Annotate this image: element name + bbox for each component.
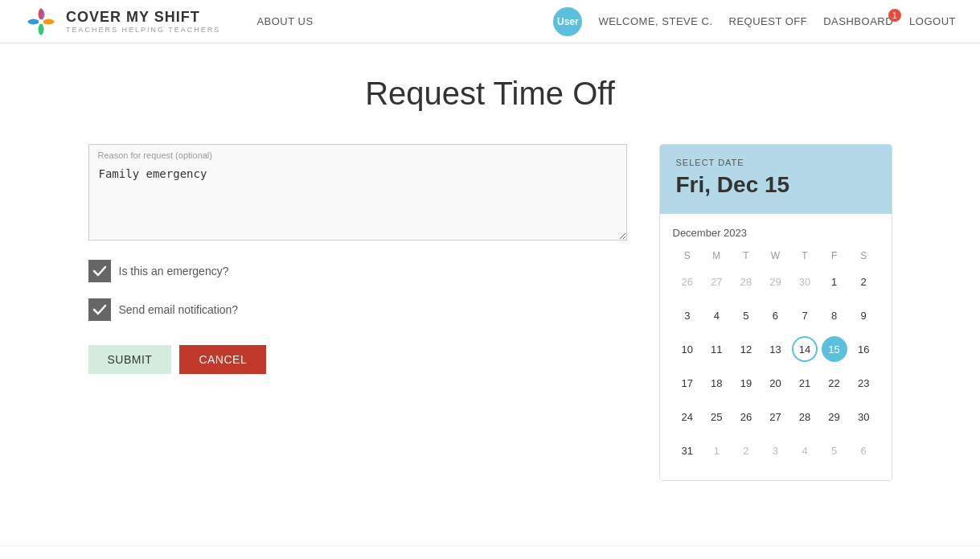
calendar-day-cell[interactable]: 8 bbox=[819, 298, 849, 332]
main-nav: ABOUT US bbox=[244, 15, 325, 27]
nav-about-us[interactable]: ABOUT US bbox=[244, 15, 325, 27]
calendar-day-cell[interactable]: 11 bbox=[702, 332, 732, 366]
emergency-label: Is this an emergency? bbox=[119, 265, 229, 277]
submit-button[interactable]: SUBMIT bbox=[88, 345, 172, 374]
nav-logout[interactable]: LOGOUT bbox=[909, 15, 956, 27]
calendar-day-header: M bbox=[702, 247, 732, 265]
calendar-day-cell[interactable]: 28 bbox=[790, 400, 820, 434]
header-right: User WELCOME, STEVE C. REQUEST OFF DASHB… bbox=[553, 7, 956, 36]
calendar-day-cell[interactable]: 1 bbox=[819, 265, 849, 298]
calendar-day-cell[interactable]: 30 bbox=[790, 265, 820, 298]
calendar-week-row: 17181920212223 bbox=[673, 366, 879, 400]
calendar-day-cell[interactable]: 24 bbox=[673, 400, 703, 434]
email-checkbox[interactable] bbox=[88, 298, 111, 321]
checkmark-icon-2 bbox=[92, 302, 107, 317]
logo-title: COVER MY SHIFT bbox=[66, 9, 220, 26]
calendar-day-cell[interactable]: 7 bbox=[790, 298, 820, 332]
logo-subtitle: TEACHERS HELPING TEACHERS bbox=[66, 26, 220, 34]
calendar-day-header: T bbox=[790, 247, 820, 265]
calendar-day-cell[interactable]: 17 bbox=[673, 366, 703, 400]
cancel-button[interactable]: CANCEL bbox=[179, 345, 266, 374]
form-calendar-row: Reason for request (optional) Family eme… bbox=[88, 144, 892, 481]
calendar-month-year: December 2023 bbox=[673, 227, 879, 239]
emergency-checkbox-row: Is this an emergency? bbox=[88, 260, 627, 282]
footer: COPYRIGHTINFORMATIONPRIVACYTECH ELEVATOR… bbox=[0, 545, 980, 559]
svg-point-0 bbox=[39, 19, 43, 24]
calendar-day-cell[interactable]: 5 bbox=[819, 434, 849, 467]
calendar-day-cell[interactable]: 14 bbox=[790, 332, 820, 366]
calendar-day-cell[interactable]: 27 bbox=[702, 265, 732, 298]
calendar-day-header: F bbox=[819, 247, 849, 265]
checkmark-icon bbox=[92, 264, 107, 278]
welcome-text: WELCOME, STEVE C. bbox=[598, 15, 712, 27]
dashboard-badge: 1 bbox=[888, 9, 901, 22]
user-avatar: User bbox=[553, 7, 582, 36]
main-content: Request Time Off Reason for request (opt… bbox=[0, 43, 980, 513]
calendar-day-cell[interactable]: 21 bbox=[790, 366, 820, 400]
calendar-header: SELECT DATE Fri, Dec 15 bbox=[660, 145, 892, 214]
calendar-headers-row: SMTWTFS bbox=[673, 247, 879, 265]
calendar-day-cell[interactable]: 9 bbox=[849, 298, 879, 332]
calendar-day-cell[interactable]: 27 bbox=[761, 400, 790, 434]
calendar-day-cell[interactable]: 18 bbox=[702, 366, 732, 400]
calendar-day-cell[interactable]: 25 bbox=[702, 400, 732, 434]
select-date-label: SELECT DATE bbox=[676, 158, 875, 167]
calendar-day-cell[interactable]: 12 bbox=[732, 332, 761, 366]
logo[interactable]: COVER MY SHIFT TEACHERS HELPING TEACHERS bbox=[24, 5, 220, 39]
calendar-day-cell[interactable]: 4 bbox=[790, 434, 820, 467]
header: COVER MY SHIFT TEACHERS HELPING TEACHERS… bbox=[0, 0, 980, 43]
email-checkbox-row: Send email notification? bbox=[88, 298, 627, 321]
calendar-week-row: 10111213141516 bbox=[673, 332, 879, 366]
calendar-day-cell[interactable]: 22 bbox=[819, 366, 849, 400]
calendar-day-cell[interactable]: 10 bbox=[673, 332, 703, 366]
calendar-day-cell[interactable]: 28 bbox=[732, 265, 761, 298]
calendar-day-cell[interactable]: 3 bbox=[673, 298, 703, 332]
calendar-day-cell[interactable]: 30 bbox=[849, 400, 879, 434]
nav-request-off[interactable]: REQUEST OFF bbox=[729, 15, 808, 27]
email-label: Send email notification? bbox=[119, 303, 239, 316]
calendar-day-cell[interactable]: 29 bbox=[819, 400, 849, 434]
calendar-day-cell[interactable]: 26 bbox=[732, 400, 761, 434]
btn-row: SUBMIT CANCEL bbox=[88, 345, 627, 374]
calendar-body: December 2023 SMTWTFS 262728293012345678… bbox=[660, 214, 892, 480]
calendar-week-row: 3456789 bbox=[673, 298, 879, 332]
form-section: Reason for request (optional) Family eme… bbox=[88, 144, 627, 374]
calendar-day-cell[interactable]: 20 bbox=[761, 366, 790, 400]
calendar-day-cell[interactable]: 19 bbox=[732, 366, 761, 400]
calendar-day-header: S bbox=[849, 247, 879, 265]
calendar-day-cell[interactable]: 23 bbox=[849, 366, 879, 400]
selected-date-display: Fri, Dec 15 bbox=[676, 172, 875, 198]
calendar-day-cell[interactable]: 1 bbox=[702, 434, 732, 467]
calendar-week-row: 24252627282930 bbox=[673, 400, 879, 434]
calendar-day-cell[interactable]: 29 bbox=[761, 265, 790, 298]
calendar-day-cell[interactable]: 31 bbox=[673, 434, 703, 467]
calendar-day-cell[interactable]: 3 bbox=[761, 434, 790, 467]
calendar-day-header: T bbox=[732, 247, 761, 265]
calendar-week-row: 31123456 bbox=[673, 434, 879, 467]
calendar-day-cell[interactable]: 2 bbox=[849, 265, 879, 298]
calendar-day-cell[interactable]: 5 bbox=[732, 298, 761, 332]
logo-icon bbox=[24, 5, 58, 39]
calendar-body-rows: 2627282930123456789101112131415161718192… bbox=[673, 265, 879, 467]
page-title: Request Time Off bbox=[48, 76, 932, 112]
calendar-day-cell[interactable]: 13 bbox=[761, 332, 790, 366]
reason-label: Reason for request (optional) bbox=[98, 150, 212, 160]
nav-dashboard[interactable]: DASHBOARD 1 bbox=[823, 15, 893, 27]
calendar-day-cell[interactable]: 15 bbox=[819, 332, 849, 366]
emergency-checkbox[interactable] bbox=[88, 260, 111, 282]
calendar-day-cell[interactable]: 2 bbox=[732, 434, 761, 467]
calendar-day-cell[interactable]: 4 bbox=[702, 298, 732, 332]
calendar-day-cell[interactable]: 26 bbox=[673, 265, 703, 298]
calendar-day-cell[interactable]: 6 bbox=[849, 434, 879, 467]
calendar-week-row: 262728293012 bbox=[673, 265, 879, 298]
calendar-day-header: W bbox=[761, 247, 790, 265]
calendar-day-cell[interactable]: 6 bbox=[761, 298, 790, 332]
textarea-wrapper: Reason for request (optional) Family eme… bbox=[88, 144, 627, 244]
calendar-day-cell[interactable]: 16 bbox=[849, 332, 879, 366]
calendar-day-header: S bbox=[673, 247, 703, 265]
calendar-section: SELECT DATE Fri, Dec 15 December 2023 SM… bbox=[659, 144, 892, 481]
calendar-grid: SMTWTFS 26272829301234567891011121314151… bbox=[673, 247, 879, 467]
logo-text: COVER MY SHIFT TEACHERS HELPING TEACHERS bbox=[66, 9, 220, 34]
